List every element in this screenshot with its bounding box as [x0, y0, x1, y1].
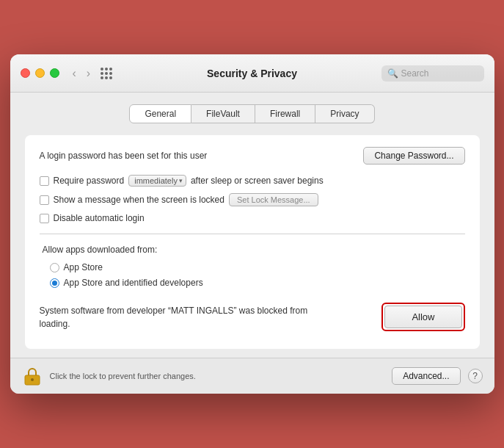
app-store-identified-label: App Store and identified developers	[64, 278, 203, 288]
disable-login-checkbox[interactable]	[40, 214, 49, 223]
show-message-label: Show a message when the screen is locked	[54, 195, 224, 205]
tab-privacy[interactable]: Privacy	[315, 104, 374, 123]
dropdown-value: immediately	[134, 176, 178, 185]
change-password-button[interactable]: Change Password...	[363, 147, 464, 165]
require-password-row: Require password immediately ▾ after sle…	[40, 175, 465, 187]
help-button[interactable]: ?	[468, 369, 483, 383]
search-input[interactable]	[401, 68, 478, 79]
disable-login-row: Disable automatic login	[40, 213, 465, 223]
back-button[interactable]: ‹	[70, 65, 79, 82]
maximize-button[interactable]	[50, 68, 59, 78]
minimize-button[interactable]	[35, 68, 45, 78]
search-box[interactable]: 🔍	[381, 65, 484, 82]
disable-login-label: Disable automatic login	[54, 213, 145, 223]
grid-button[interactable]	[98, 66, 115, 81]
footer-lock-text: Click the lock to prevent further change…	[50, 372, 385, 380]
show-message-row: Show a message when the screen is locked…	[40, 193, 465, 206]
allow-button-highlight: Allow	[381, 303, 464, 331]
grid-icon	[101, 68, 112, 79]
window-title: Security & Privacy	[207, 68, 297, 79]
require-password-checkbox[interactable]	[40, 176, 49, 186]
lock-icon[interactable]	[22, 366, 43, 386]
svg-point-1	[31, 378, 34, 381]
chevron-down-icon: ▾	[179, 177, 183, 184]
tab-filevault[interactable]: FileVault	[191, 104, 255, 123]
footer: Click the lock to prevent further change…	[10, 358, 494, 394]
divider	[40, 234, 465, 234]
search-icon: 🔍	[387, 68, 398, 79]
show-message-checkbox[interactable]	[40, 195, 49, 205]
login-password-text: A login password has been set for this u…	[40, 151, 208, 161]
tab-firewall[interactable]: Firewall	[255, 104, 315, 123]
advanced-button[interactable]: Advanced...	[392, 367, 460, 385]
apps-title: Allow apps downloaded from:	[43, 245, 462, 255]
blocked-section: System software from developer “MATT ING…	[40, 297, 465, 337]
titlebar: ‹ › Security & Privacy 🔍	[10, 54, 494, 93]
set-lock-message-button[interactable]: Set Lock Message...	[229, 193, 318, 206]
app-store-radio[interactable]	[50, 263, 59, 272]
tab-bar: General FileVault Firewall Privacy	[25, 104, 480, 123]
apps-section: Allow apps downloaded from: App Store Ap…	[40, 245, 465, 288]
blocked-text: System software from developer “MATT ING…	[40, 304, 311, 330]
require-password-suffix: after sleep or screen saver begins	[191, 176, 324, 186]
close-button[interactable]	[21, 68, 30, 78]
content-area: General FileVault Firewall Privacy A log…	[10, 93, 494, 349]
traffic-lights	[21, 68, 59, 78]
require-password-label: Require password	[54, 176, 125, 186]
system-preferences-window: ‹ › Security & Privacy 🔍 General FileVau…	[10, 54, 494, 394]
nav-buttons: ‹ ›	[70, 65, 94, 82]
allow-button[interactable]: Allow	[384, 306, 461, 328]
password-timing-dropdown[interactable]: immediately ▾	[128, 175, 186, 187]
app-store-only-row: App Store	[50, 262, 462, 272]
app-store-identified-radio[interactable]	[50, 278, 59, 288]
app-store-identified-row: App Store and identified developers	[50, 278, 462, 288]
tab-general[interactable]: General	[129, 104, 191, 123]
forward-button[interactable]: ›	[84, 65, 93, 82]
app-store-label: App Store	[64, 262, 103, 272]
general-section: A login password has been set for this u…	[25, 135, 480, 349]
login-password-row: A login password has been set for this u…	[40, 147, 465, 165]
